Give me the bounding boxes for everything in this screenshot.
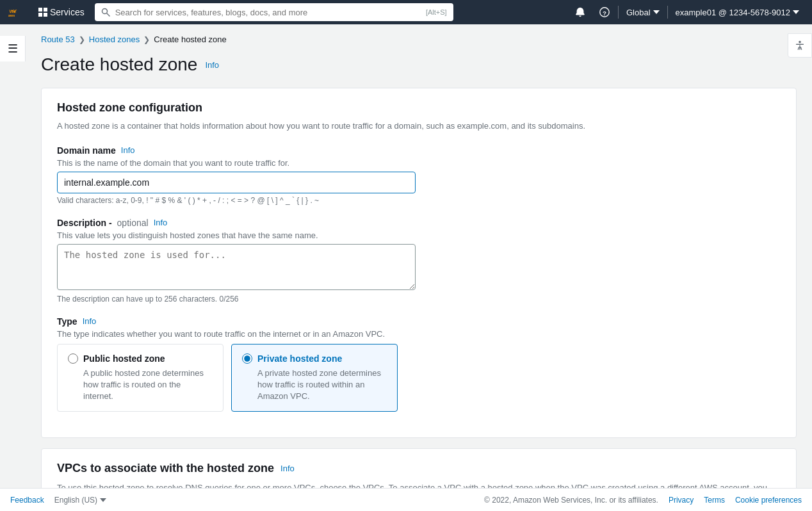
breadcrumb-sep-2: ❯ — [143, 35, 150, 44]
account-button[interactable]: example01 @ 1234-5678-9012 — [670, 5, 804, 20]
description-note: The description can have up to 256 chara… — [57, 295, 781, 304]
domain-name-label-row: Domain name Info — [57, 145, 781, 156]
accessibility-icon — [794, 40, 806, 51]
svg-rect-2 — [44, 8, 47, 12]
type-option-public[interactable]: Public hosted zone A public hosted zone … — [57, 344, 223, 412]
footer-left: Feedback English (US) — [10, 496, 106, 505]
type-option-public-desc: A public hosted zone determines how traf… — [68, 368, 213, 403]
domain-name-label: Domain name — [57, 145, 116, 156]
breadcrumb-route53[interactable]: Route 53 — [41, 35, 75, 44]
cookie-prefs-link[interactable]: Cookie preferences — [735, 496, 802, 505]
svg-rect-3 — [38, 13, 42, 17]
type-option-private-desc: A private hosted zone determines how tra… — [242, 368, 387, 403]
search-icon — [101, 8, 110, 17]
help-button[interactable]: ? — [594, 4, 615, 20]
svg-text:aws: aws — [8, 13, 15, 17]
bell-icon — [574, 6, 586, 18]
svg-line-6 — [107, 13, 110, 16]
domain-name-valid-chars: Valid characters: a-z, 0-9, ! " # $ % & … — [57, 196, 781, 205]
footer: Feedback English (US) © 2022, Amazon Web… — [0, 488, 812, 511]
page-title: Create hosted zone — [41, 54, 197, 75]
side-nav-toggle[interactable]: ☰ — [0, 36, 26, 61]
description-label-row: Description - optional Info — [57, 218, 781, 228]
type-label-row: Type Info — [57, 316, 781, 327]
domain-name-info-link[interactable]: Info — [121, 145, 135, 155]
hamburger-icon: ☰ — [8, 42, 18, 56]
svg-point-9 — [799, 41, 801, 44]
domain-name-field-group: Domain name Info This is the name of the… — [57, 145, 781, 205]
nav-right-actions: ? Global example01 @ 1234-5678-9012 — [569, 4, 804, 20]
account-label: example01 @ 1234-5678-9012 — [676, 8, 790, 17]
grid-icon — [38, 8, 47, 17]
region-button[interactable]: Global — [621, 5, 665, 20]
breadcrumb-hosted-zones[interactable]: Hosted zones — [89, 35, 140, 44]
type-radio-public[interactable] — [68, 353, 78, 364]
main-wrapper: Route 53 ❯ Hosted zones ❯ Create hosted … — [26, 24, 812, 511]
privacy-link[interactable]: Privacy — [669, 496, 694, 505]
footer-right: © 2022, Amazon Web Services, Inc. or its… — [484, 496, 802, 505]
type-option-public-header: Public hosted zone — [68, 353, 213, 364]
aws-logo[interactable]: aws — [8, 2, 28, 22]
type-radio-private[interactable] — [242, 353, 252, 364]
type-option-public-title: Public hosted zone — [83, 353, 165, 364]
type-option-private-header: Private hosted zone — [242, 353, 387, 364]
vpc-title: VPCs to associate with the hosted zone — [57, 462, 274, 475]
type-info-link[interactable]: Info — [83, 316, 97, 326]
config-card-desc: A hosted zone is a container that holds … — [57, 120, 781, 133]
description-textarea[interactable] — [57, 244, 416, 290]
domain-name-input[interactable] — [57, 172, 416, 193]
vpc-info-link[interactable]: Info — [280, 464, 295, 473]
nav-divider — [618, 6, 619, 19]
chevron-down-icon-2 — [793, 10, 799, 14]
description-optional: optional — [117, 218, 149, 228]
services-button[interactable]: Services — [33, 4, 90, 20]
notifications-button[interactable] — [569, 4, 591, 20]
nav-divider-2 — [667, 6, 668, 19]
breadcrumb: Route 53 ❯ Hosted zones ❯ Create hosted … — [41, 35, 797, 44]
svg-point-5 — [102, 9, 107, 14]
language-selector[interactable]: English (US) — [54, 496, 106, 505]
type-options: Public hosted zone A public hosted zone … — [57, 344, 781, 412]
help-icon: ? — [599, 6, 610, 18]
hosted-zone-config-card: Hosted zone configuration A hosted zone … — [41, 88, 797, 438]
type-field-group: Type Info The type indicates whether you… — [57, 316, 781, 412]
type-option-private[interactable]: Private hosted zone A private hosted zon… — [231, 344, 398, 412]
svg-text:?: ? — [603, 10, 606, 17]
accessibility-button[interactable] — [788, 33, 812, 58]
description-field-group: Description - optional Info This value l… — [57, 218, 781, 304]
language-label: English (US) — [54, 496, 97, 505]
search-input[interactable] — [115, 8, 421, 17]
config-card-title: Hosted zone configuration — [57, 101, 781, 115]
type-option-private-title: Private hosted zone — [257, 353, 342, 364]
domain-name-hint: This is the name of the domain that you … — [57, 158, 781, 168]
breadcrumb-current: Create hosted zone — [154, 35, 226, 44]
breadcrumb-sep-1: ❯ — [79, 35, 85, 44]
page-info-link[interactable]: Info — [205, 60, 219, 70]
language-chevron-icon — [100, 498, 106, 502]
services-label: Services — [50, 7, 85, 17]
search-shortcut: [Alt+S] — [426, 8, 447, 16]
vpc-title-row: VPCs to associate with the hosted zone I… — [57, 462, 781, 475]
search-bar[interactable]: [Alt+S] — [95, 3, 453, 21]
description-hint: This value lets you distinguish hosted z… — [57, 231, 781, 240]
description-info-link[interactable]: Info — [154, 218, 168, 227]
terms-link[interactable]: Terms — [704, 496, 725, 505]
type-label: Type — [57, 316, 77, 327]
region-label: Global — [626, 8, 651, 17]
svg-rect-4 — [44, 13, 47, 17]
type-hint: The type indicates whether you want to r… — [57, 329, 781, 339]
svg-rect-1 — [38, 8, 42, 12]
chevron-down-icon — [653, 10, 660, 14]
description-label: Description - — [57, 218, 112, 228]
content-area: Route 53 ❯ Hosted zones ❯ Create hosted … — [26, 24, 812, 511]
feedback-button[interactable]: Feedback — [10, 496, 44, 505]
footer-copyright: © 2022, Amazon Web Services, Inc. or its… — [484, 496, 658, 505]
top-navigation: aws Services [Alt+S] ? — [0, 0, 812, 24]
page-title-row: Create hosted zone Info — [41, 54, 797, 75]
